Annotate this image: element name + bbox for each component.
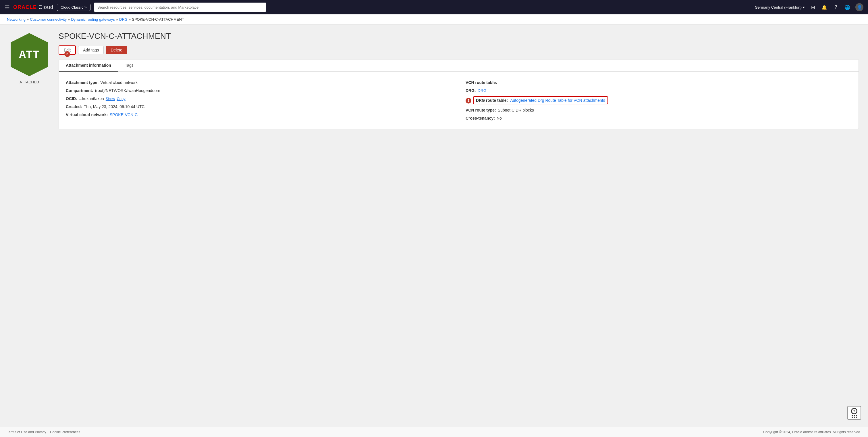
info-row-attachment-type: Attachment type: Virtual cloud network	[66, 79, 452, 87]
value-vcn-route-table: —	[499, 80, 503, 85]
info-row-drg: DRG: DRG	[466, 87, 851, 95]
value-vcn-route-type: Subnet CIDR blocks	[498, 108, 534, 112]
breadcrumb-current-page: SPOKE-VCN-C-ATTACHMENT	[132, 17, 184, 22]
hex-letters: ATT	[19, 49, 40, 61]
edit-button[interactable]: Edit 2	[59, 46, 76, 55]
resource-header: ATT ATTACHED SPOKE-VCN-C-ATTACHMENT Edit…	[9, 32, 859, 129]
info-row-ocid: OCID: ...kukhn6akba Show Copy	[66, 95, 452, 103]
label-created: Created:	[66, 105, 82, 109]
breadcrumb-customer-connectivity[interactable]: Customer connectivity	[30, 17, 67, 22]
cookie-preferences-link[interactable]: Cookie Preferences	[50, 430, 80, 434]
search-bar	[94, 3, 266, 12]
resource-status: ATTACHED	[20, 80, 39, 84]
help-icon[interactable]: ?	[832, 4, 839, 11]
globe-icon[interactable]: 🌐	[844, 4, 851, 11]
tab-content-attachment-information: Attachment type: Virtual cloud network C…	[59, 71, 859, 129]
dot-3	[856, 415, 857, 416]
dot-2	[854, 415, 855, 416]
terms-link[interactable]: Terms of Use and Privacy	[7, 430, 46, 434]
label-vcn-route-type: VCN route type:	[466, 108, 496, 112]
tab-attachment-information[interactable]: Attachment information	[59, 59, 118, 71]
footer-copyright: Copyright © 2024, Oracle and/or its affi…	[763, 430, 861, 434]
info-row-vcn: Virtual cloud network: SPOKE-VCN-C	[66, 111, 452, 119]
nav-right-section: Germany Central (Frankfurt) ▾ ⊞ 🔔 ? 🌐 👤	[755, 3, 863, 11]
breadcrumb-dynamic-routing-gateways[interactable]: Dynamic routing gateways	[71, 17, 115, 22]
footer-left: Terms of Use and Privacy Cookie Preferen…	[7, 430, 80, 434]
label-vcn-route-table: VCN route table:	[466, 80, 497, 85]
main-content: ATT ATTACHED SPOKE-VCN-C-ATTACHMENT Edit…	[0, 25, 868, 427]
label-vcn: Virtual cloud network:	[66, 112, 108, 117]
label-drg-route-table: DRG route table:	[476, 98, 508, 103]
tabs-header: Attachment information Tags	[59, 59, 859, 71]
drg-link[interactable]: DRG	[478, 88, 487, 93]
user-avatar[interactable]: 👤	[855, 3, 863, 11]
help-widget[interactable]: ?	[847, 406, 861, 420]
breadcrumb-sep-4: »	[129, 17, 131, 22]
dot-1	[851, 415, 853, 416]
info-row-drg-route-table: 1 DRG route table: Autogenerated Drg Rou…	[466, 95, 851, 106]
hamburger-menu-icon[interactable]: ☰	[5, 4, 10, 11]
label-ocid: OCID:	[66, 96, 77, 101]
cloud-classic-button[interactable]: Cloud Classic >	[57, 4, 91, 11]
info-row-cross-tenancy: Cross-tenancy: No	[466, 114, 851, 122]
vcn-link[interactable]: SPOKE-VCN-C	[110, 112, 137, 117]
region-selector[interactable]: Germany Central (Frankfurt) ▾	[755, 5, 805, 9]
breadcrumb-sep-1: »	[27, 17, 29, 22]
search-input[interactable]	[97, 5, 263, 9]
info-row-created: Created: Thu, May 23, 2024, 06:10:44 UTC	[66, 103, 452, 111]
chevron-down-icon: ▾	[803, 5, 805, 9]
value-created: Thu, May 23, 2024, 06:10:44 UTC	[84, 105, 145, 109]
label-compartment: Compartment:	[66, 88, 93, 93]
oracle-logo: ORACLE Cloud	[13, 4, 54, 10]
help-dots-icon	[851, 415, 857, 418]
notification-bell-icon[interactable]: 🔔	[821, 4, 828, 11]
breadcrumb-networking[interactable]: Networking	[7, 17, 26, 22]
action-buttons: Edit 2 Add tags Delete	[59, 46, 859, 55]
badge-1: 1	[466, 98, 471, 104]
breadcrumb: Networking » Customer connectivity » Dyn…	[0, 14, 868, 25]
info-left-column: Attachment type: Virtual cloud network C…	[66, 79, 452, 122]
label-attachment-type: Attachment type:	[66, 80, 98, 85]
top-navigation: ☰ ORACLE Cloud Cloud Classic > Germany C…	[0, 0, 868, 14]
info-row-vcn-route-type: VCN route type: Subnet CIDR blocks	[466, 106, 851, 114]
dot-6	[856, 416, 857, 418]
edit-badge: 2	[64, 51, 70, 57]
cloud-text: Cloud	[38, 4, 54, 10]
oracle-text: ORACLE	[13, 4, 37, 10]
tab-tags[interactable]: Tags	[118, 59, 141, 71]
value-cross-tenancy: No	[497, 116, 502, 120]
resource-title-area: SPOKE-VCN-C-ATTACHMENT Edit 2 Add tags D…	[59, 32, 859, 129]
tabs-container: Attachment information Tags Attachment t…	[59, 59, 859, 129]
value-compartment: (root)/NETWORK/IwanHoogendoorn	[95, 88, 160, 93]
drg-route-table-link[interactable]: Autogenerated Drg Route Table for VCN at…	[510, 98, 605, 103]
breadcrumb-sep-3: »	[116, 17, 118, 22]
label-drg: DRG:	[466, 88, 476, 93]
region-label: Germany Central (Frankfurt)	[755, 5, 802, 9]
value-attachment-type: Virtual cloud network	[100, 80, 137, 85]
dot-4	[851, 416, 853, 418]
footer: Terms of Use and Privacy Cookie Preferen…	[0, 427, 868, 437]
drg-route-table-highlighted: DRG route table: Autogenerated Drg Route…	[473, 96, 608, 105]
label-cross-tenancy: Cross-tenancy:	[466, 116, 495, 120]
resource-title: SPOKE-VCN-C-ATTACHMENT	[59, 32, 859, 41]
info-right-column: VCN route table: — DRG: DRG 1 DRG route …	[466, 79, 851, 122]
resource-icon-container: ATT ATTACHED	[9, 32, 50, 84]
help-ring-icon: ?	[851, 408, 857, 414]
info-row-compartment: Compartment: (root)/NETWORK/IwanHoogendo…	[66, 87, 452, 95]
info-row-vcn-route-table: VCN route table: —	[466, 79, 851, 87]
info-grid: Attachment type: Virtual cloud network C…	[66, 79, 851, 122]
hexagon-icon: ATT	[9, 32, 50, 78]
dot-5	[854, 416, 855, 418]
add-tags-button[interactable]: Add tags	[78, 46, 104, 54]
breadcrumb-sep-2: »	[68, 17, 70, 22]
delete-button[interactable]: Delete	[106, 46, 127, 54]
breadcrumb-drg[interactable]: DRG	[119, 17, 127, 22]
copy-ocid-link[interactable]: Copy	[117, 96, 125, 101]
console-icon[interactable]: ⊞	[809, 4, 816, 11]
value-ocid: ...kukhn6akba	[79, 96, 104, 101]
show-ocid-link[interactable]: Show	[106, 96, 115, 101]
